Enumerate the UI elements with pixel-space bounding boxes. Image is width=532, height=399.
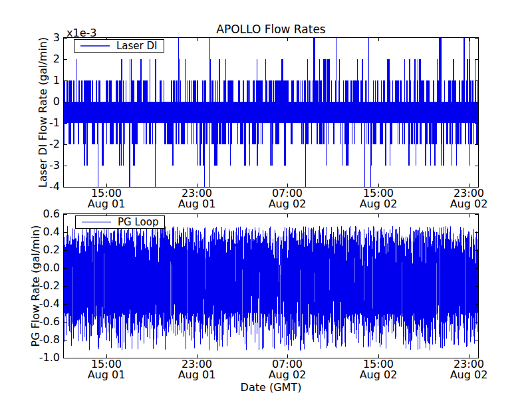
y-tick-mark xyxy=(64,123,67,124)
y-tick-mark xyxy=(64,187,67,188)
y-tick-label: 3 xyxy=(20,32,60,44)
x-axis-label: Date (GMT) xyxy=(64,381,478,394)
y-tick-mark xyxy=(475,59,478,60)
x-tick-label: 15:00Aug 02 xyxy=(348,188,408,209)
y-tick-mark xyxy=(64,166,67,166)
x-tick-label: 15:00Aug 01 xyxy=(76,188,136,209)
x-tick-label: 23:00Aug 02 xyxy=(439,359,499,380)
y-tick-mark xyxy=(475,286,478,287)
y-tick-mark xyxy=(64,358,67,358)
y-tick-mark xyxy=(64,304,67,305)
y-tick-label: -2 xyxy=(20,138,60,150)
y-tick-label: 0.6 xyxy=(20,208,60,220)
y-tick-label: -1 xyxy=(20,117,60,129)
y-tick-mark xyxy=(475,268,478,269)
x-tick-label: 15:00Aug 02 xyxy=(348,359,408,380)
x-tick-mark xyxy=(378,38,379,41)
x-tick-label: 15:00Aug 01 xyxy=(76,359,136,380)
x-tick-label: 23:00Aug 01 xyxy=(167,359,227,380)
y-tick-label: -3 xyxy=(20,160,60,172)
y-tick-mark xyxy=(475,102,478,102)
x-tick-label: 07:00Aug 02 xyxy=(257,188,317,209)
y-tick-mark xyxy=(64,340,67,340)
bottom-axes: PG Loop xyxy=(63,213,479,358)
chart-title: APOLLO Flow Rates xyxy=(64,23,478,36)
x-tick-mark xyxy=(469,214,469,217)
y-tick-mark xyxy=(64,102,67,102)
y-tick-mark xyxy=(64,268,67,269)
y-tick-mark xyxy=(475,80,478,81)
y-tick-mark xyxy=(475,340,478,340)
x-tick-mark xyxy=(287,214,288,217)
x-tick-mark xyxy=(197,38,198,41)
y-tick-label: 1 xyxy=(20,74,60,86)
y-tick-label: -0.6 xyxy=(20,316,60,328)
y-tick-mark xyxy=(475,144,478,145)
y-tick-mark xyxy=(475,38,478,39)
legend-pg-loop: PG Loop xyxy=(75,215,165,229)
y-tick-mark xyxy=(475,214,478,215)
y-tick-mark xyxy=(475,123,478,124)
y-tick-mark xyxy=(64,144,67,145)
y-tick-mark xyxy=(475,250,478,251)
y-tick-mark xyxy=(64,286,67,287)
x-tick-mark xyxy=(197,214,198,217)
pg-loop-series-plot xyxy=(64,214,478,358)
y-tick-mark xyxy=(475,166,478,166)
y-tick-mark xyxy=(64,59,67,60)
y-tick-label: 0.0 xyxy=(20,262,60,274)
y-tick-label: -0.4 xyxy=(20,298,60,310)
y-tick-mark xyxy=(64,38,67,39)
legend-label: PG Loop xyxy=(118,216,158,228)
x-tick-label: 23:00Aug 01 xyxy=(167,188,227,209)
y-tick-label: 0 xyxy=(20,96,60,108)
y-tick-mark xyxy=(475,187,478,188)
y-tick-mark xyxy=(64,80,67,81)
y-tick-mark xyxy=(475,232,478,233)
y-tick-mark xyxy=(64,322,67,323)
y-tick-label: 0.2 xyxy=(20,244,60,256)
laser-di-series-plot xyxy=(64,38,478,187)
legend-label: Laser DI xyxy=(116,40,158,52)
x-tick-mark xyxy=(287,38,288,41)
y-tick-label: -1.0 xyxy=(20,352,60,364)
y-tick-label: 2 xyxy=(20,53,60,65)
legend-line-sample xyxy=(82,221,111,223)
y-tick-mark xyxy=(64,250,67,251)
y-tick-label: 0.4 xyxy=(20,226,60,238)
x-tick-mark xyxy=(469,38,469,41)
y-tick-label: -4 xyxy=(20,181,60,193)
top-axes: Laser DI xyxy=(63,37,479,188)
legend-line-sample xyxy=(80,45,110,47)
y-tick-mark xyxy=(475,304,478,305)
legend-laser-di: Laser DI xyxy=(74,39,164,53)
y-tick-label: -0.2 xyxy=(20,280,60,292)
x-tick-mark xyxy=(378,214,379,217)
figure-canvas: APOLLO Flow Rates x1e-3 Laser DI Flow Ra… xyxy=(0,0,532,399)
y-tick-mark xyxy=(475,358,478,358)
x-tick-label: 07:00Aug 02 xyxy=(257,359,317,380)
y-tick-label: -0.8 xyxy=(20,334,60,346)
y-tick-mark xyxy=(475,322,478,323)
y-tick-mark xyxy=(64,214,67,215)
y-tick-mark xyxy=(64,232,67,233)
x-tick-label: 23:00Aug 02 xyxy=(439,188,499,209)
